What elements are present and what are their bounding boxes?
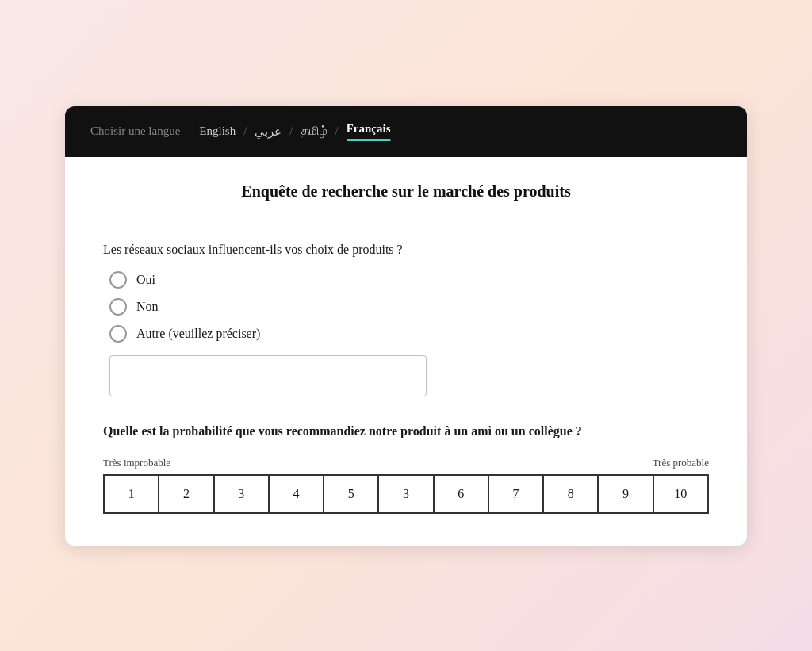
option-oui[interactable]: Oui	[109, 271, 709, 289]
autre-text-input[interactable]	[109, 355, 427, 396]
french-link-wrapper: Français	[347, 122, 391, 141]
scale-cell-9[interactable]: 9	[598, 475, 653, 513]
scale-cell-5[interactable]: 5	[324, 475, 378, 513]
language-nav: Choisir une langue English / عربي / தமிழ…	[65, 106, 747, 157]
option-autre[interactable]: Autre (veuillez préciser)	[109, 325, 709, 343]
option-oui-label: Oui	[136, 273, 155, 287]
scale-cell-10[interactable]: 10	[653, 475, 708, 513]
separator-1: /	[243, 124, 247, 138]
scale-cell-6[interactable]: 6	[434, 475, 488, 513]
scale-min-label: Très improbable	[103, 457, 170, 469]
scale-cell-8[interactable]: 8	[543, 475, 598, 513]
separator-2: /	[289, 124, 293, 138]
arabic-link[interactable]: عربي	[255, 124, 282, 139]
survey-title: Enquête de recherche sur le marché des p…	[103, 182, 709, 201]
scale-cell-2[interactable]: 2	[159, 475, 213, 513]
option-autre-label: Autre (veuillez préciser)	[136, 327, 260, 341]
choose-language-label: Choisir une langue	[90, 124, 180, 138]
option-non-label: Non	[136, 300, 159, 314]
tamil-link[interactable]: தமிழ்	[301, 124, 327, 138]
scale-cell-1[interactable]: 1	[104, 475, 159, 513]
radio-oui[interactable]	[109, 271, 127, 289]
question1-options: Oui Non Autre (veuillez préciser)	[109, 271, 709, 343]
tamil-link-wrapper: தமிழ்	[301, 124, 327, 138]
option-non[interactable]: Non	[109, 298, 709, 316]
survey-card: Choisir une langue English / عربي / தமிழ…	[65, 106, 747, 546]
arabic-link-wrapper: عربي	[255, 124, 282, 139]
survey-content: Enquête de recherche sur le marché des p…	[65, 157, 747, 546]
english-link-wrapper: English	[199, 124, 236, 138]
separator-3: /	[335, 124, 339, 138]
scale-cell-3b[interactable]: 3	[378, 475, 433, 513]
radio-autre[interactable]	[109, 325, 127, 343]
scale-cell-3[interactable]: 3	[214, 475, 269, 513]
french-link[interactable]: Français	[347, 122, 391, 136]
scale-max-label: Très probable	[653, 457, 709, 469]
radio-non[interactable]	[109, 298, 127, 316]
scale-labels: Très improbable Très probable	[103, 457, 709, 469]
active-underline	[347, 139, 391, 141]
question1-text: Les réseaux sociaux influencent-ils vos …	[103, 243, 709, 257]
english-link[interactable]: English	[199, 124, 236, 138]
language-links: English / عربي / தமிழ் / Français	[199, 122, 390, 141]
scale-grid: 1 2 3 4 5 3 6 7 8 9 10	[103, 474, 709, 514]
scale-cell-7[interactable]: 7	[488, 475, 543, 513]
scale-cell-4[interactable]: 4	[269, 475, 324, 513]
question2-text: Quelle est la probabilité que vous recom…	[103, 422, 709, 441]
title-divider	[103, 220, 709, 220]
